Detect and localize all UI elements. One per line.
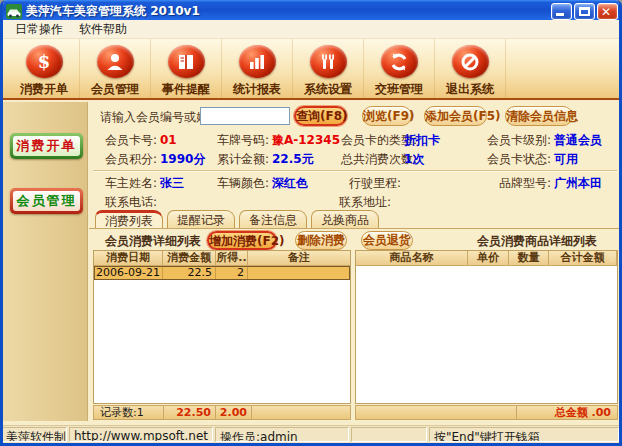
column-header[interactable]: 消费日期 (94, 251, 163, 265)
main-panel: 请输入会员编号或姓名 查询(F8) 浏览(F9) 添加会员(F5) 清除会员信息… (89, 102, 619, 421)
member-info-row: 车主姓名: 张三 车辆颜色: 深红色 行驶里程: 品牌型号: 广州本田 (93, 175, 617, 191)
tools-icon (310, 45, 347, 78)
card-no-label: 会员卡号: (93, 132, 157, 148)
grand-total: 总金额 .00 (517, 406, 617, 419)
amount-total: 22.50 (164, 406, 216, 419)
tab-strip: 消费列表 提醒记录 备注信息 兑换商品 (95, 210, 379, 228)
clear-member-button[interactable]: 清除会员信息 (505, 106, 573, 126)
grand-total-value: .00 (592, 406, 612, 419)
mileage-value (401, 175, 451, 191)
column-header[interactable]: 数量 (509, 251, 549, 265)
visit-count-label: 总共消费次数: (341, 151, 401, 167)
dollar-icon: $ (26, 45, 63, 78)
cell-note (248, 266, 350, 280)
shift-cycle-icon (381, 45, 418, 78)
menu-daily-ops[interactable]: 日常操作 (8, 20, 70, 39)
status-maker: 美萍软件制作 (1, 427, 67, 442)
divider (89, 228, 619, 229)
add-consume-button[interactable]: 增加消费(F2) (207, 231, 277, 250)
exit-forbidden-icon (452, 45, 489, 78)
address-value (391, 194, 617, 210)
search-row: 请输入会员编号或姓名 查询(F8) 浏览(F9) 添加会员(F5) 清除会员信息 (89, 105, 619, 127)
member-search-input[interactable] (200, 107, 290, 125)
mileage-label: 行驶里程: (341, 175, 401, 191)
owner-name-label: 车主姓名: (93, 175, 157, 191)
toolbar-item-settings[interactable]: 系统设置 (293, 39, 364, 98)
column-header[interactable]: 合计金额 (549, 251, 617, 265)
owner-name-value: 张三 (157, 175, 207, 191)
total-amount-label: 累计金额: (207, 151, 269, 167)
query-button[interactable]: 查询(F8) (294, 106, 347, 126)
plate-value: 豫A-12345 (269, 132, 341, 148)
status-website[interactable]: http://www.mpsoft.net (69, 427, 213, 442)
car-color-label: 车辆颜色: (207, 175, 269, 191)
column-header[interactable]: 单价 (468, 251, 509, 265)
cell-points: 2 (216, 266, 248, 280)
bar-chart-icon (239, 45, 276, 78)
status-bar: 美萍软件制作 http://www.mpsoft.net 操作员:admin 按… (0, 425, 622, 446)
consume-list-title: 会员消费详细列表 (105, 233, 201, 250)
toolbar-item-members[interactable]: 会员管理 (80, 39, 151, 98)
goods-table[interactable]: 商品名称 单价 数量 合计金额 ▽ (355, 250, 618, 404)
member-icon (97, 45, 134, 78)
grand-total-label: 总金额 (555, 406, 588, 419)
card-type-value: 折扣卡 (401, 132, 451, 148)
member-info-row: 会员卡号: 01 车牌号码: 豫A-12345 会员卡的类型: 折扣卡 会员卡级… (93, 132, 617, 148)
toolbar: $ 消费开单 会员管理 事件提醒 统计报表 系统设置 (3, 39, 619, 100)
member-info-row: 会员积分: 1990分 累计金额: 22.5元 总共消费次数: 1次 会员卡状态… (93, 151, 617, 167)
app-car-icon (6, 4, 22, 19)
column-header[interactable]: 商品名称 (356, 251, 468, 265)
card-level-value: 普通会员 (551, 132, 617, 148)
toolbar-item-shift[interactable]: 交班管理 (364, 39, 435, 98)
summary-filler (252, 406, 350, 419)
column-header[interactable]: 所得.. (216, 251, 248, 265)
consume-table[interactable]: 消费日期 消费金额 所得.. 备注 2006-09-21 09 22.5 2 (93, 250, 351, 404)
app-window: 美萍汽车美容管理系统 2010v1 ✕ 日常操作 软件帮助 $ 消费开单 会员管… (0, 0, 622, 446)
tab-exchange-goods[interactable]: 兑换商品 (311, 210, 379, 228)
menu-help[interactable]: 软件帮助 (72, 20, 134, 39)
goods-summary-bar: 总金额 .00 (355, 405, 618, 420)
phone-value (157, 194, 337, 210)
toolbar-item-consume[interactable]: $ 消费开单 (9, 39, 80, 98)
delete-consume-button[interactable]: 删除消费 (295, 231, 347, 250)
card-status-label: 会员卡状态: (451, 151, 551, 167)
card-no-value: 01 (157, 132, 207, 148)
column-header[interactable]: 备注 (248, 251, 350, 265)
close-button[interactable]: ✕ (597, 3, 618, 20)
divider (93, 170, 617, 172)
total-amount-value: 22.5元 (269, 151, 341, 167)
phone-label: 联系电话: (93, 194, 157, 210)
card-level-label: 会员卡级别: (451, 132, 551, 148)
sidebar: 消费开单 会员管理 (3, 102, 88, 421)
member-info-row: 联系电话: 联系地址: (93, 194, 617, 210)
status-cashbox-hint: 按"End"键打开钱箱 (429, 427, 619, 442)
member-refund-button[interactable]: 会员退货 (361, 231, 413, 250)
status-empty (351, 427, 427, 442)
card-status-value: 可用 (551, 151, 617, 167)
goods-list-title: 会员消费商品详细列表 (477, 233, 597, 250)
goods-table-header: 商品名称 单价 数量 合计金额 ▽ (356, 251, 617, 266)
points-value: 1990分 (157, 151, 207, 167)
maximize-button[interactable] (574, 3, 595, 20)
menu-bar: 日常操作 软件帮助 (3, 20, 619, 39)
detail-header-row: 会员消费详细列表 增加消费(F2) 删除消费 会员退货 会员消费商品详细列表 (89, 230, 619, 251)
cell-amount: 22.5 (163, 266, 216, 280)
sidebar-button-consume[interactable]: 消费开单 (10, 133, 83, 159)
sidebar-button-members[interactable]: 会员管理 (10, 188, 83, 214)
points-total: 2.00 (216, 406, 252, 419)
minimize-button[interactable] (551, 3, 572, 20)
toolbar-item-reminders[interactable]: 事件提醒 (151, 39, 222, 98)
brand-model-label: 品牌型号: (451, 175, 551, 191)
table-row-selected[interactable]: 2006-09-21 09 22.5 2 (94, 266, 350, 280)
toolbar-item-reports[interactable]: 统计报表 (222, 39, 293, 98)
tab-consume-list[interactable]: 消费列表 (95, 210, 163, 228)
browse-button[interactable]: 浏览(F9) (362, 106, 412, 126)
card-type-label: 会员卡的类型: (341, 132, 401, 148)
add-member-button[interactable]: 添加会员(F5) (424, 106, 487, 126)
visit-count-value: 1次 (401, 151, 451, 167)
tab-reminder-records[interactable]: 提醒记录 (167, 210, 235, 228)
toolbar-item-exit[interactable]: 退出系统 (435, 39, 506, 98)
sort-indicator-icon: ▽ (608, 253, 615, 263)
column-header[interactable]: 消费金额 (163, 251, 216, 265)
tab-notes[interactable]: 备注信息 (239, 210, 307, 228)
